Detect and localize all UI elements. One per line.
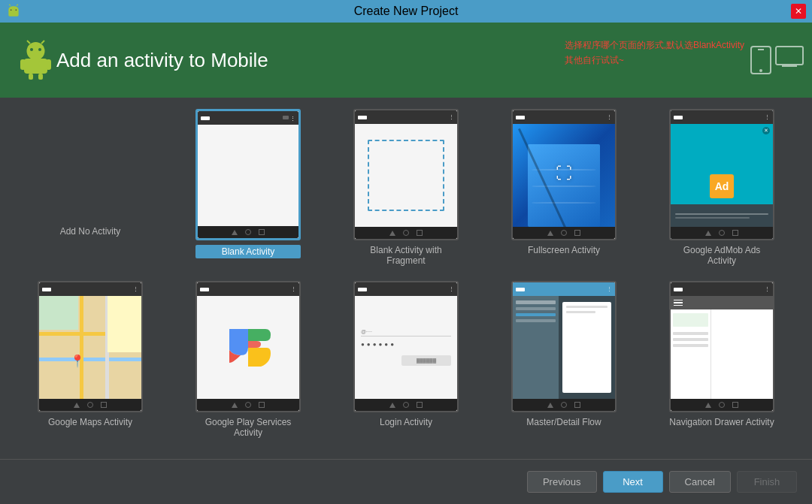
- activity-thumb-login: ⋮ @···· ●●●●●● ▓▓▓▓▓▓: [353, 281, 459, 412]
- activity-item-fragment[interactable]: ⋮ Blank Activity with Fragment: [331, 105, 481, 270]
- content-area: Add No Activity ⋮: [0, 98, 812, 459]
- activity-thumb-masterdetail: ⋮: [511, 281, 617, 412]
- svg-rect-19: [776, 47, 803, 65]
- svg-point-18: [759, 69, 762, 72]
- svg-point-7: [30, 48, 33, 51]
- activity-label-login: Login Activity: [380, 417, 432, 427]
- activity-item-fullscreen[interactable]: ⋮ ⛶: [489, 105, 639, 259]
- svg-line-9: [27, 41, 30, 44]
- device-icons: [750, 45, 804, 75]
- header-title: Add an activity to Mobile: [56, 49, 268, 72]
- svg-point-8: [38, 48, 41, 51]
- svg-rect-14: [29, 74, 33, 80]
- finish-button[interactable]: Finish: [737, 471, 797, 493]
- title-bar: Create New Project ✕: [0, 0, 812, 23]
- activity-thumb-fragment: ⋮: [353, 109, 459, 240]
- activity-label-fullscreen: Fullscreen Activity: [528, 245, 600, 255]
- close-button[interactable]: ✕: [791, 4, 806, 19]
- activity-item-login[interactable]: ⋮ @···· ●●●●●● ▓▓▓▓▓▓: [331, 277, 481, 431]
- activity-thumb-admob: ⋮ Ad ✕: [669, 109, 774, 240]
- svg-point-3: [16, 10, 17, 11]
- activity-thumb-fullscreen: ⋮ ⛶: [511, 109, 617, 240]
- activity-thumb-navdrawer: ⋮: [669, 281, 774, 412]
- activity-item-no-activity[interactable]: Add No Activity: [15, 105, 165, 240]
- svg-rect-11: [24, 59, 47, 74]
- svg-rect-12: [20, 59, 26, 70]
- previous-button[interactable]: Previous: [527, 471, 597, 493]
- activity-thumb-play: ⋮: [195, 281, 301, 412]
- activity-item-masterdetail[interactable]: ⋮: [489, 277, 639, 431]
- svg-line-5: [17, 5, 18, 6]
- scroll-area[interactable]: Add No Activity ⋮: [0, 98, 812, 459]
- activity-label-no-activity: Add No Activity: [60, 226, 121, 237]
- activity-thumb-maps: ⋮ 📍: [38, 281, 143, 412]
- android-logo-icon: [6, 4, 21, 19]
- note-line1: 选择程序哪个页面的形式,默认选BlankActivity: [565, 38, 744, 53]
- svg-rect-15: [38, 74, 43, 80]
- activity-item-admob[interactable]: ⋮ Ad ✕: [647, 105, 797, 270]
- activity-label-maps: Google Maps Activity: [48, 417, 132, 427]
- svg-point-6: [27, 42, 45, 60]
- header: Add an activity to Mobile 选择程序哪个页面的形式,默认…: [0, 23, 812, 98]
- activity-label-navdrawer: Navigation Drawer Activity: [669, 417, 774, 427]
- header-android-icon: [15, 40, 56, 81]
- activity-label-admob: Google AdMob Ads Activity: [669, 245, 774, 266]
- header-note: 选择程序哪个页面的形式,默认选BlankActivity 其他自行试试~: [565, 38, 744, 68]
- svg-rect-13: [46, 59, 51, 70]
- cancel-button[interactable]: Cancel: [669, 471, 731, 493]
- activity-item-maps[interactable]: ⋮ 📍: [15, 277, 165, 431]
- next-button[interactable]: Next: [603, 471, 663, 493]
- activity-item-blank[interactable]: ⋮ Blank Activity: [173, 105, 323, 262]
- activity-item-navdrawer[interactable]: ⋮: [647, 277, 797, 431]
- activity-label-play: Google Play Services Activity: [195, 417, 301, 438]
- activity-thumb-blank: ⋮: [195, 109, 301, 240]
- activity-item-play[interactable]: ⋮: [173, 277, 323, 442]
- activity-label-masterdetail: Master/Detail Flow: [526, 417, 601, 427]
- activity-label-blank: Blank Activity: [195, 245, 301, 258]
- activity-grid: Add No Activity ⋮: [15, 105, 797, 442]
- activity-label-fragment: Blank Activity with Fragment: [353, 245, 459, 266]
- window-title: Create New Project: [354, 5, 459, 18]
- svg-point-2: [11, 10, 12, 11]
- svg-line-4: [9, 5, 11, 6]
- note-line2: 其他自行试试~: [565, 53, 744, 68]
- bottom-bar: Previous Next Cancel Finish: [0, 459, 812, 504]
- svg-line-10: [41, 41, 44, 44]
